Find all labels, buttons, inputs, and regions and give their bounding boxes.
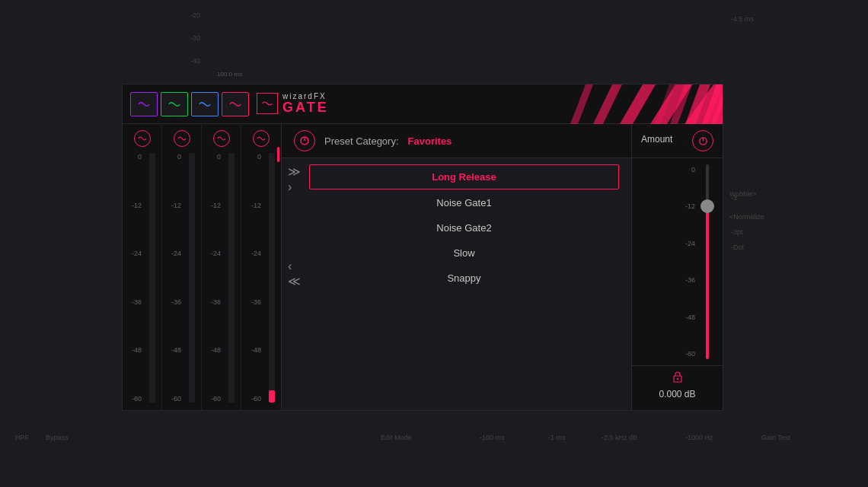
scroll-bottom-button[interactable]: ≪ xyxy=(288,275,301,288)
tab-button-1[interactable] xyxy=(130,92,158,116)
amount-header-row: Amount xyxy=(632,130,723,158)
vu-panel-2: 0 -12 -24 -36 -48 -60 xyxy=(162,124,202,410)
amount-slider-thumb[interactable] xyxy=(700,199,714,213)
vu-scale-0: 0 xyxy=(132,153,142,161)
amount-scale-48: -48 xyxy=(638,314,695,321)
vu-scale-60: -60 xyxy=(132,395,142,403)
scroll-up-button[interactable]: › xyxy=(288,181,301,193)
svg-marker-10 xyxy=(620,84,656,124)
vu-scale-12: -12 xyxy=(132,202,142,209)
main-content: 0 -12 -24 -36 -48 -60 xyxy=(123,124,723,410)
vu-panel-3: 0 -12 -24 -36 -48 -60 xyxy=(202,124,241,410)
vu-scale-48: -48 xyxy=(171,346,181,354)
preset-power-button[interactable] xyxy=(294,130,315,151)
preset-item-slow[interactable]: Slow xyxy=(309,241,619,265)
vu-icon-4 xyxy=(253,130,270,147)
header-bar: wizardFX GATE xyxy=(123,84,723,124)
preset-header: Preset Category: Favorites xyxy=(282,124,631,158)
amount-power-button[interactable] xyxy=(692,130,713,151)
amount-scale-0: 0 xyxy=(638,166,695,173)
brand-area: wizardFX GATE xyxy=(257,92,329,116)
vu-scale-0: 0 xyxy=(171,153,181,161)
preset-item-snappy[interactable]: Snappy xyxy=(309,266,619,290)
svg-marker-9 xyxy=(593,84,622,124)
vu-scale-60: -60 xyxy=(171,395,181,403)
preset-navigation: ≫ › ‹ ≪ xyxy=(288,166,301,288)
vu-scale-48: -48 xyxy=(251,346,261,354)
vu-scale-36: -36 xyxy=(251,298,261,306)
vu-scale-60: -60 xyxy=(211,395,221,403)
amount-scale-12: -12 xyxy=(638,202,695,210)
vu-scale-12: -12 xyxy=(171,202,181,209)
scroll-top-button[interactable]: ≫ xyxy=(288,166,301,178)
amount-scale-36: -36 xyxy=(638,276,695,284)
vu-panels: 0 -12 -24 -36 -48 -60 xyxy=(123,124,282,410)
amount-scale-60: -60 xyxy=(638,350,695,358)
amount-footer: 0.000 dB xyxy=(632,365,723,404)
vu-scale-24: -24 xyxy=(211,250,221,257)
tab-buttons xyxy=(130,92,249,116)
vu-icon-3 xyxy=(213,130,230,147)
vu-bar-4 xyxy=(269,390,275,403)
preset-list-container: ≫ › ‹ ≪ Long Release Noise Gate1 Noise G… xyxy=(282,158,631,410)
plugin-window: wizardFX GATE xyxy=(122,84,723,411)
vu-scale-36: -36 xyxy=(132,298,142,306)
vu-panel-1: 0 -12 -24 -36 -48 -60 xyxy=(123,124,162,410)
preset-item-noise-gate1[interactable]: Noise Gate1 xyxy=(309,191,619,215)
brand-icon xyxy=(257,93,278,114)
vu-scale-24: -24 xyxy=(132,250,142,257)
preset-list: Long Release Noise Gate1 Noise Gate2 Slo… xyxy=(282,158,631,296)
amount-scale-24: -24 xyxy=(638,240,695,247)
preset-item-long-release[interactable]: Long Release xyxy=(309,164,619,189)
vu-icon-1 xyxy=(134,130,151,147)
scroll-down-button[interactable]: ‹ xyxy=(288,260,301,272)
tab-button-4[interactable] xyxy=(222,92,249,116)
brand-gate-text: GATE xyxy=(282,100,329,116)
vu-scale-12: -12 xyxy=(211,202,221,209)
amount-label: Amount xyxy=(641,134,672,145)
amount-panel: Amount 0 -12 -24 -36 -48 -60 xyxy=(631,124,723,410)
amount-slider-track-area xyxy=(698,164,716,359)
svg-marker-8 xyxy=(570,84,593,124)
header-decoration xyxy=(448,84,723,124)
preset-label: Preset Category: xyxy=(324,135,399,147)
vu-icon-2 xyxy=(174,130,190,147)
vu-scale-12: -12 xyxy=(251,202,261,209)
tab-button-3[interactable] xyxy=(191,92,219,116)
vu-scale-48: -48 xyxy=(132,346,142,354)
amount-value: 0.000 dB xyxy=(659,389,695,399)
vu-scale-36: -36 xyxy=(211,298,221,306)
preset-area: Preset Category: Favorites ≫ › ‹ ≪ Long … xyxy=(282,124,631,410)
amount-slider-track xyxy=(706,164,709,359)
brand-text: wizardFX GATE xyxy=(282,92,329,116)
vu-scale-0: 0 xyxy=(251,153,261,161)
vu-scale-0: 0 xyxy=(211,153,221,161)
vu-scale-60: -60 xyxy=(251,395,261,403)
preset-item-noise-gate2[interactable]: Noise Gate2 xyxy=(309,216,619,240)
amount-slider-container: 0 -12 -24 -36 -48 -60 xyxy=(632,158,723,365)
vu-scale-48: -48 xyxy=(211,346,221,354)
vu-scale-36: -36 xyxy=(171,298,181,306)
vu-scale-24: -24 xyxy=(171,250,181,257)
lock-icon[interactable] xyxy=(672,371,683,386)
vu-scale-24: -24 xyxy=(251,250,261,257)
preset-category[interactable]: Favorites xyxy=(408,135,452,147)
amount-slider-fill xyxy=(706,207,709,359)
amount-scale: 0 -12 -24 -36 -48 -60 xyxy=(638,164,695,359)
vu-panel-4: 0 -12 -24 -36 -48 -60 xyxy=(241,124,281,410)
svg-point-23 xyxy=(676,378,678,380)
tab-button-2[interactable] xyxy=(161,92,188,116)
